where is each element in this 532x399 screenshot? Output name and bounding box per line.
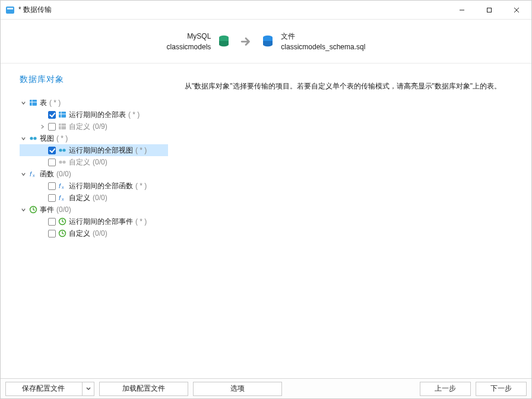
svg-point-19	[59, 148, 62, 151]
load-profile-button[interactable]: 加载配置文件	[99, 382, 188, 396]
tree-label: 函数	[40, 169, 54, 179]
tree-label: 运行期间的全部事件	[69, 217, 133, 227]
table-icon	[58, 110, 66, 119]
body: 数据库对象 表 ( * ) 运行期间的全部表 ( * )	[1, 64, 531, 378]
chevron-right-icon[interactable]	[39, 123, 46, 130]
svg-rect-0	[6, 7, 14, 14]
panel-title: 数据库对象	[20, 74, 168, 85]
svg-rect-8	[30, 100, 37, 106]
dropdown-caret-icon[interactable]	[82, 382, 94, 395]
previous-button[interactable]: 上一步	[420, 382, 471, 396]
tree-count: (0/0)	[93, 229, 107, 238]
footer: 保存配置文件 加载配置文件 选项 上一步 下一步	[1, 378, 531, 398]
tree-count: (0/0)	[56, 170, 71, 178]
window-title: * 数据传输	[18, 5, 52, 15]
tree-label: 运行期间的全部表	[69, 110, 126, 120]
view-icon	[58, 158, 66, 166]
button-label: 加载配置文件	[122, 384, 165, 394]
button-label: 保存配置文件	[22, 384, 65, 394]
save-profile-button[interactable]: 保存配置文件	[5, 382, 94, 396]
svg-rect-3	[487, 8, 492, 12]
tree-label: 自定义	[69, 193, 90, 203]
tree-item-events-runtime[interactable]: 运行期间的全部事件 ( * )	[20, 216, 168, 227]
checkbox[interactable]	[48, 218, 56, 226]
table-icon	[29, 99, 37, 107]
hint-panel: 从"数据库对象"选择要传输的项目。若要自定义单个表的传输模式，请高亮显示"数据库…	[174, 64, 531, 378]
options-button[interactable]: 选项	[193, 382, 282, 396]
table-icon	[58, 122, 66, 131]
clock-icon	[29, 205, 37, 214]
arrow-icon	[239, 35, 252, 48]
tree-count: ( * )	[135, 182, 147, 190]
svg-text:x: x	[33, 173, 35, 178]
button-label: 选项	[230, 384, 245, 394]
tree-group-views[interactable]: 视图 ( * )	[20, 132, 168, 144]
function-icon: fx	[29, 170, 37, 178]
tree-count: ( * )	[135, 217, 147, 226]
function-icon: fx	[58, 194, 66, 202]
next-button[interactable]: 下一步	[476, 382, 527, 396]
chevron-down-icon[interactable]	[20, 206, 27, 213]
tree-count: ( * )	[49, 99, 61, 107]
checkbox[interactable]	[48, 147, 56, 154]
database-icon	[217, 34, 231, 49]
checkbox[interactable]	[48, 230, 56, 238]
svg-point-18	[33, 137, 36, 140]
data-transfer-window: * 数据传输 MySQL classicmodels 文件 classicmo	[0, 0, 532, 399]
tree-item-functions-custom[interactable]: fx 自定义 (0/0)	[20, 192, 168, 204]
objects-tree: 表 ( * ) 运行期间的全部表 ( * ) 自定义 (0/9)	[20, 97, 168, 239]
view-icon	[29, 134, 37, 142]
hint-text: 从"数据库对象"选择要传输的项目。若要自定义单个表的传输模式，请高亮显示"数据库…	[185, 80, 517, 92]
button-label: 上一步	[435, 384, 456, 394]
tree-count: (0/0)	[56, 205, 71, 214]
chevron-down-icon[interactable]	[20, 135, 27, 142]
titlebar: * 数据传输	[1, 1, 531, 20]
checkbox[interactable]	[48, 159, 56, 166]
tree-item-views-custom[interactable]: 自定义 (0/0)	[20, 156, 168, 168]
tree-group-tables[interactable]: 表 ( * )	[20, 97, 168, 109]
tree-item-events-custom[interactable]: 自定义 (0/0)	[20, 227, 168, 239]
function-icon: fx	[58, 182, 66, 190]
tree-label: 事件	[40, 205, 54, 215]
svg-text:x: x	[62, 185, 64, 189]
view-icon	[58, 146, 66, 154]
tree-count: (0/9)	[93, 122, 107, 131]
objects-panel: 数据库对象 表 ( * ) 运行期间的全部表 ( * )	[1, 64, 174, 378]
tree-item-tables-custom[interactable]: 自定义 (0/9)	[20, 121, 168, 132]
checkbox[interactable]	[48, 111, 56, 119]
tree-label: 自定义	[69, 122, 90, 132]
tree-count: ( * )	[56, 134, 68, 142]
close-button[interactable]	[503, 1, 530, 19]
tree-item-tables-runtime[interactable]: 运行期间的全部表 ( * )	[20, 109, 168, 121]
tree-group-events[interactable]: 事件 (0/0)	[20, 204, 168, 216]
app-icon	[5, 5, 15, 15]
transfer-summary: MySQL classicmodels 文件 classicmodels_sch…	[1, 20, 531, 64]
database-icon	[261, 34, 275, 49]
tree-count: (0/0)	[93, 158, 107, 166]
svg-text:f: f	[59, 194, 61, 201]
source-summary: MySQL classicmodels	[167, 31, 232, 52]
chevron-down-icon[interactable]	[20, 99, 27, 106]
maximize-button[interactable]	[476, 1, 503, 19]
svg-point-21	[59, 160, 62, 163]
tree-label: 运行期间的全部视图	[69, 145, 133, 156]
target-summary: 文件 classicmodels_schema.sql	[261, 31, 365, 52]
source-name: classicmodels	[167, 42, 211, 52]
svg-text:f: f	[59, 182, 61, 189]
checkbox[interactable]	[48, 182, 56, 190]
svg-rect-1	[7, 8, 13, 10]
tree-group-functions[interactable]: fx 函数 (0/0)	[20, 168, 168, 180]
tree-item-functions-runtime[interactable]: fx 运行期间的全部函数 ( * )	[20, 180, 168, 192]
svg-point-17	[30, 137, 33, 140]
target-name: classicmodels_schema.sql	[281, 42, 365, 52]
tree-label: 运行期间的全部函数	[69, 181, 133, 191]
svg-rect-14	[59, 124, 66, 129]
tree-label: 自定义	[69, 157, 90, 167]
checkbox[interactable]	[48, 123, 56, 131]
chevron-down-icon[interactable]	[20, 170, 27, 178]
minimize-button[interactable]	[448, 1, 476, 19]
tree-label: 视图	[40, 134, 54, 144]
checkbox[interactable]	[48, 194, 56, 202]
tree-item-views-runtime[interactable]: 运行期间的全部视图 ( * )	[20, 144, 168, 156]
svg-point-22	[62, 160, 65, 163]
